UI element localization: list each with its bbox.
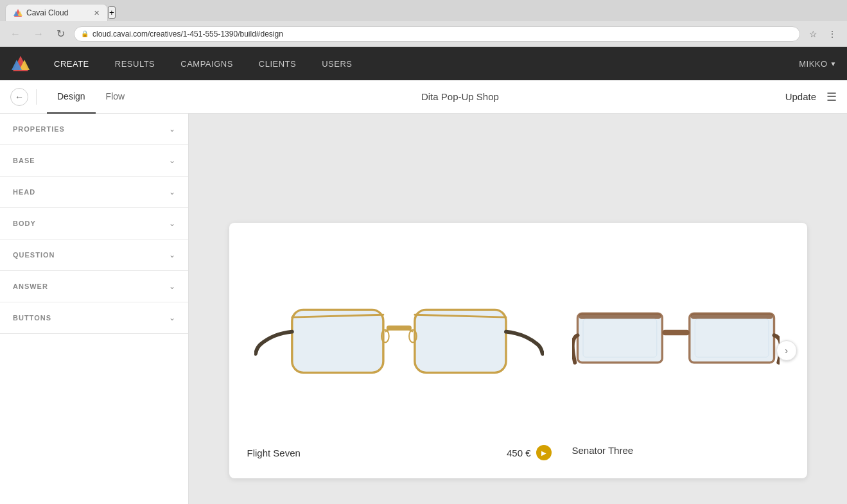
svg-rect-14	[690, 313, 774, 363]
canvas-area: Flight Seven 450 € ▶	[189, 114, 847, 504]
sub-tabs: Design Flow	[47, 80, 135, 114]
product-card-2-image	[567, 236, 785, 435]
divider	[36, 89, 37, 105]
senator-three-glasses-svg	[572, 241, 780, 430]
main-layout: PROPERTIES ⌄ BASE ⌄ HEAD ⌄ BODY ⌄ QUESTI	[0, 114, 847, 504]
product-card-2-info: Senator Three	[567, 435, 785, 461]
bookmark-button[interactable]: ☆	[805, 26, 821, 42]
browser-chrome: Cavai Cloud ✕ + ← → ↻ 🔒 cloud.cavai.com/…	[0, 0, 847, 47]
nav-clients[interactable]: CLIENTS	[246, 47, 309, 80]
product-2-name: Senator Three	[572, 445, 634, 456]
user-name: MIKKO	[799, 59, 827, 69]
sidebar-section-head-header[interactable]: HEAD ⌄	[0, 177, 188, 207]
body-chevron: ⌄	[169, 219, 175, 228]
sidebar-section-properties-header[interactable]: PROPERTIES ⌄	[0, 114, 188, 144]
flight-seven-glasses-svg	[254, 243, 544, 426]
svg-rect-8	[415, 310, 506, 373]
product-card-1-image	[242, 236, 557, 435]
price-btn-icon: ▶	[541, 449, 546, 456]
answer-chevron: ⌄	[169, 282, 175, 291]
question-chevron: ⌄	[169, 250, 175, 259]
sidebar-section-buttons: BUTTONS ⌄	[0, 302, 188, 334]
nav-results[interactable]: RESULTS	[102, 47, 168, 80]
product-1-price-button[interactable]: ▶	[536, 445, 552, 460]
back-button[interactable]: ←	[10, 88, 28, 106]
svg-rect-16	[579, 313, 661, 319]
head-label: HEAD	[13, 188, 35, 196]
url-text: cloud.cavai.com/creatives/1-451-555-1390…	[92, 30, 793, 39]
question-label: QUESTION	[13, 251, 55, 259]
sidebar-section-properties: PROPERTIES ⌄	[0, 114, 188, 145]
sidebar-section-base-header[interactable]: BASE ⌄	[0, 145, 188, 176]
forward-button[interactable]: →	[30, 26, 48, 42]
buttons-chevron: ⌄	[169, 313, 175, 322]
tab-favicon	[13, 8, 22, 17]
product-1-name: Flight Seven	[247, 448, 301, 458]
sidebar-section-buttons-header[interactable]: BUTTONS ⌄	[0, 302, 188, 333]
sidebar-section-question-header[interactable]: QUESTION ⌄	[0, 239, 188, 270]
svg-rect-15	[662, 330, 690, 336]
more-button[interactable]: ⋮	[824, 26, 841, 42]
tab-title: Cavai Cloud	[26, 8, 68, 17]
user-menu[interactable]: MIKKO ▼	[799, 59, 837, 69]
carousel-next-button[interactable]: ›	[776, 340, 797, 361]
product-cards-container: Flight Seven 450 € ▶	[229, 223, 807, 478]
properties-chevron: ⌄	[169, 125, 175, 134]
base-label: BASE	[13, 157, 35, 164]
sidebar-section-body: BODY ⌄	[0, 208, 188, 239]
body-label: BODY	[13, 220, 36, 227]
nav-create[interactable]: CREATE	[41, 47, 102, 80]
sidebar-section-answer: ANSWER ⌄	[0, 271, 188, 302]
browser-tabs: Cavai Cloud ✕ +	[0, 0, 847, 21]
toolbar-right: ☆ ⋮	[805, 26, 841, 42]
properties-label: PROPERTIES	[13, 125, 65, 133]
carousel-next-icon: ›	[785, 345, 788, 356]
sub-header: ← Design Flow Dita Pop-Up Shop Update ☰	[0, 80, 847, 114]
canvas-inner: Flight Seven 450 € ▶	[202, 146, 834, 504]
answer-label: ANSWER	[13, 282, 48, 290]
user-menu-chevron: ▼	[830, 60, 837, 67]
active-tab[interactable]: Cavai Cloud ✕	[5, 4, 108, 21]
product-card-2: Senator Three	[567, 236, 785, 465]
update-button[interactable]: Update	[785, 91, 816, 102]
sidebar-section-base: BASE ⌄	[0, 145, 188, 177]
hamburger-button[interactable]: ☰	[826, 90, 837, 104]
app-logo	[10, 53, 31, 74]
tab-design[interactable]: Design	[47, 80, 96, 114]
sidebar-section-body-header[interactable]: BODY ⌄	[0, 208, 188, 239]
new-tab-button[interactable]: +	[108, 6, 116, 19]
tab-flow[interactable]: Flow	[96, 80, 135, 114]
sidebar-section-head: HEAD ⌄	[0, 177, 188, 208]
svg-rect-13	[578, 313, 663, 363]
address-bar[interactable]: 🔒 cloud.cavai.com/creatives/1-451-555-13…	[74, 26, 800, 42]
browser-toolbar: ← → ↻ 🔒 cloud.cavai.com/creatives/1-451-…	[0, 21, 847, 46]
back-button[interactable]: ←	[6, 26, 24, 42]
svg-rect-17	[690, 313, 773, 319]
nav-users[interactable]: USERS	[309, 47, 365, 80]
svg-rect-7	[292, 310, 383, 373]
tab-close-button[interactable]: ✕	[94, 9, 100, 17]
sidebar-section-answer-header[interactable]: ANSWER ⌄	[0, 271, 188, 302]
project-title: Dita Pop-Up Shop	[135, 91, 785, 102]
head-chevron: ⌄	[169, 187, 175, 196]
product-card-1-info: Flight Seven 450 € ▶	[242, 435, 557, 465]
buttons-label: BUTTONS	[13, 314, 51, 322]
app-nav: CREATE RESULTS CAMPAIGNS CLIENTS USERS M…	[0, 47, 847, 80]
refresh-button[interactable]: ↻	[53, 25, 69, 42]
sidebar: PROPERTIES ⌄ BASE ⌄ HEAD ⌄ BODY ⌄ QUESTI	[0, 114, 189, 504]
sidebar-section-question: QUESTION ⌄	[0, 239, 188, 271]
base-chevron: ⌄	[169, 156, 175, 165]
product-1-price-area: 450 € ▶	[507, 445, 552, 460]
nav-campaigns[interactable]: CAMPAIGNS	[168, 47, 246, 80]
product-card-1: Flight Seven 450 € ▶	[242, 236, 557, 465]
product-1-price: 450 €	[507, 448, 531, 458]
lock-icon: 🔒	[81, 30, 89, 37]
